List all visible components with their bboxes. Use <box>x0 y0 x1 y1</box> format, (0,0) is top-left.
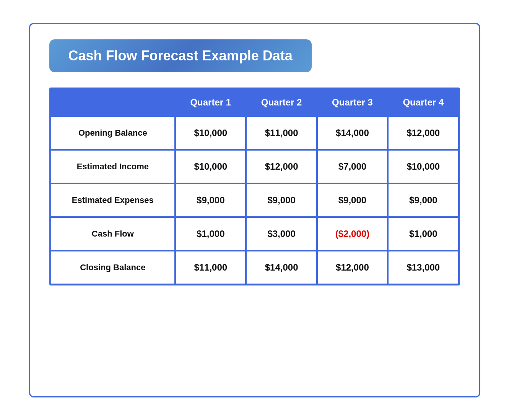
table-row: Estimated Expenses$9,000$9,000$9,000$9,0… <box>50 183 459 217</box>
cell-q3: $12,000 <box>317 251 388 284</box>
cell-q4: $10,000 <box>388 150 459 183</box>
cell-q2: $3,000 <box>246 217 317 251</box>
cell-q3: $7,000 <box>317 150 388 183</box>
cell-q4: $12,000 <box>388 116 459 150</box>
table-row: Opening Balance$10,000$11,000$14,000$12,… <box>50 116 459 150</box>
cell-q4: $1,000 <box>388 217 459 251</box>
cash-flow-table: Quarter 1 Quarter 2 Quarter 3 Quarter 4 … <box>49 88 460 285</box>
row-label: Closing Balance <box>50 251 176 284</box>
header-q1: Quarter 1 <box>175 89 246 116</box>
header-q3: Quarter 3 <box>317 89 388 116</box>
cell-q3: ($2,000) <box>317 217 388 251</box>
cell-q1: $9,000 <box>175 183 246 217</box>
row-label: Cash Flow <box>50 217 176 251</box>
cell-q4: $13,000 <box>388 251 459 284</box>
header-q2: Quarter 2 <box>246 89 317 116</box>
title-banner: Cash Flow Forecast Example Data <box>49 39 312 72</box>
row-label: Opening Balance <box>50 116 176 150</box>
table-wrapper: Quarter 1 Quarter 2 Quarter 3 Quarter 4 … <box>49 88 460 285</box>
cell-q4: $9,000 <box>388 183 459 217</box>
header-empty <box>50 89 176 116</box>
table-row: Estimated Income$10,000$12,000$7,000$10,… <box>50 150 459 183</box>
page-title: Cash Flow Forecast Example Data <box>68 48 293 64</box>
cell-q2: $9,000 <box>246 183 317 217</box>
cell-q1: $10,000 <box>175 116 246 150</box>
table-row: Closing Balance$11,000$14,000$12,000$13,… <box>50 251 459 284</box>
header-row: Quarter 1 Quarter 2 Quarter 3 Quarter 4 <box>50 89 459 116</box>
cell-q1: $1,000 <box>175 217 246 251</box>
row-label: Estimated Income <box>50 150 176 183</box>
table-row: Cash Flow$1,000$3,000($2,000)$1,000 <box>50 217 459 251</box>
header-q4: Quarter 4 <box>388 89 459 116</box>
cell-q2: $14,000 <box>246 251 317 284</box>
main-container: Cash Flow Forecast Example Data Quarter … <box>29 23 480 397</box>
cell-q1: $11,000 <box>175 251 246 284</box>
cell-q2: $11,000 <box>246 116 317 150</box>
cell-q2: $12,000 <box>246 150 317 183</box>
cell-q3: $9,000 <box>317 183 388 217</box>
cell-q1: $10,000 <box>175 150 246 183</box>
row-label: Estimated Expenses <box>50 183 176 217</box>
cell-q3: $14,000 <box>317 116 388 150</box>
